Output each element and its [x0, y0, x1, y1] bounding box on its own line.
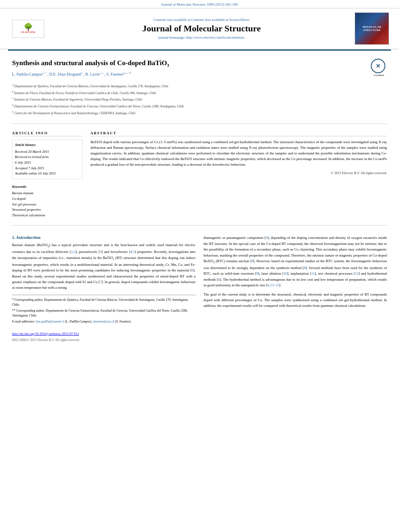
issn-bar: 0022-2860/© 2015 Elsevier B.V. All right… [0, 337, 399, 345]
header-logo-area: 🌳 ELSEVIER [8, 20, 48, 38]
abstract-col: ABSTRACT BaTiO3 doped with various perce… [90, 131, 387, 218]
email-link-1[interactable]: luis.padilla@uantof.cl [36, 320, 64, 323]
elsevier-label: ELSEVIER [21, 31, 35, 34]
article-header: Synthesis and structural analysis of Co-… [0, 51, 399, 83]
journal-cover-image: MOLECULAR STRUCTURE [355, 12, 389, 45]
header-center: Contents lists available at Contents lis… [52, 18, 351, 39]
article-history-box: Article history: Received 24 March 2015 … [12, 140, 82, 179]
article-authors: L. Padilla-Camposa, * , D.E. Diaz-Drogue… [12, 72, 363, 76]
journal-title: Journal of Molecular Structure [52, 23, 351, 34]
footnote-emails: E-mail addresses: luis.padilla@uantof.cl… [12, 319, 195, 324]
keyword-3: Sol–gel processes [12, 202, 82, 207]
intro-para1: Barium titanate (BaTiO3) has a typical p… [12, 242, 195, 290]
journal-citation: Journal of Molecular Structure 1099 (201… [161, 2, 238, 6]
article-info-col: ARTICLE INFO Article history: Received 2… [12, 131, 82, 218]
affiliations-section: a Departamento de Química, Facultad de C… [0, 83, 399, 120]
doi-bar: http://dx.doi.org/10.1016/j.molstruc.201… [0, 330, 399, 337]
abstract-text: BaTiO3 doped with various percentages of… [90, 140, 387, 168]
affiliation-e: e Centre for the Development of Nanoscie… [12, 110, 387, 116]
affiliation-b: b Instituto de Física, Facultad de Físic… [12, 90, 387, 96]
doi-link[interactable]: http://dx.doi.org/10.1016/j.molstruc.201… [12, 332, 79, 336]
journal-cover-area: MOLECULAR STRUCTURE [355, 12, 391, 45]
body-content: 1. Introduction Barium titanate (BaTiO3)… [0, 229, 399, 330]
body-left-col: 1. Introduction Barium titanate (BaTiO3)… [12, 235, 195, 324]
journal-homepage: journal homepage: http://www.elsevier.co… [52, 35, 351, 39]
email-link-2[interactable]: sfuentes@ucn.cl [93, 320, 114, 323]
affiliation-c: c Instituto de Ciencias Básicas, Faculta… [12, 96, 387, 102]
journal-citation-bar: Journal of Molecular Structure 1099 (201… [0, 0, 399, 8]
affiliation-d: d Departamento de Ciencias Farmacéuticas… [12, 103, 387, 109]
section-divider-1 [12, 123, 387, 124]
keywords-label: Keywords: [12, 184, 82, 190]
available-date: Available online 10 July 2015 [15, 171, 80, 177]
received-revised-label: Received in revised form [15, 154, 80, 160]
affiliation-a: a Departamento de Química, Facultad de C… [12, 83, 387, 89]
crossmark-label: CrossMark [371, 74, 387, 76]
intro-para3: The goal of the current study is to dete… [204, 292, 387, 309]
received-date: Received 24 March 2015 [15, 149, 80, 155]
body-two-col: 1. Introduction Barium titanate (BaTiO3)… [12, 235, 387, 324]
keyword-4: Structural properties [12, 207, 82, 213]
revised-date: 6 July 2015 [15, 160, 80, 166]
footnote-1: * Corresponding author. Departamento de … [12, 298, 195, 307]
footnote-area: * Corresponding author. Departamento de … [12, 295, 195, 324]
journal-header: 🌳 ELSEVIER Contents lists available at C… [0, 8, 399, 49]
crossmark-area: ✕ CrossMark [371, 59, 387, 75]
copyright-line: © 2015 Elsevier B.V. All rights reserved… [90, 171, 387, 175]
sciencedirect-link-text[interactable]: Contents lists available at ScienceDirec… [191, 18, 250, 22]
elsevier-tree-icon: 🌳 [24, 23, 33, 31]
article-title: Synthesis and structural analysis of Co-… [12, 59, 363, 68]
keywords-box: Keywords: Barium titanate Co-doped Sol–g… [12, 184, 82, 218]
article-info-label: ARTICLE INFO [12, 131, 82, 136]
article-info-abstract-section: ARTICLE INFO Article history: Received 2… [0, 127, 399, 222]
footnote-2: ** Corresponding author. Departamento de… [12, 308, 195, 318]
intro-para2: diamagnetic or paramagnetic component [6… [204, 235, 387, 288]
history-title: Article history: [15, 142, 80, 148]
elsevier-logo: 🌳 ELSEVIER [12, 20, 44, 38]
homepage-url[interactable]: http://www.elsevier.com/locate/molstruc [186, 35, 245, 39]
abstract-label: ABSTRACT [90, 131, 387, 136]
sciencedirect-text: Contents lists available at Contents lis… [52, 18, 351, 22]
keyword-5: Theoretical calculations [12, 213, 82, 218]
body-right-col: diamagnetic or paramagnetic component [6… [204, 235, 387, 324]
keyword-1: Barium titanate [12, 191, 82, 196]
keyword-2: Co-doped [12, 196, 82, 202]
accepted-date: Accepted 7 July 2015 [15, 166, 80, 171]
section-divider-2 [12, 225, 387, 226]
introduction-heading: 1. Introduction [12, 235, 195, 240]
crossmark-icon: ✕ [371, 59, 385, 73]
article-title-block: Synthesis and structural analysis of Co-… [12, 59, 363, 79]
